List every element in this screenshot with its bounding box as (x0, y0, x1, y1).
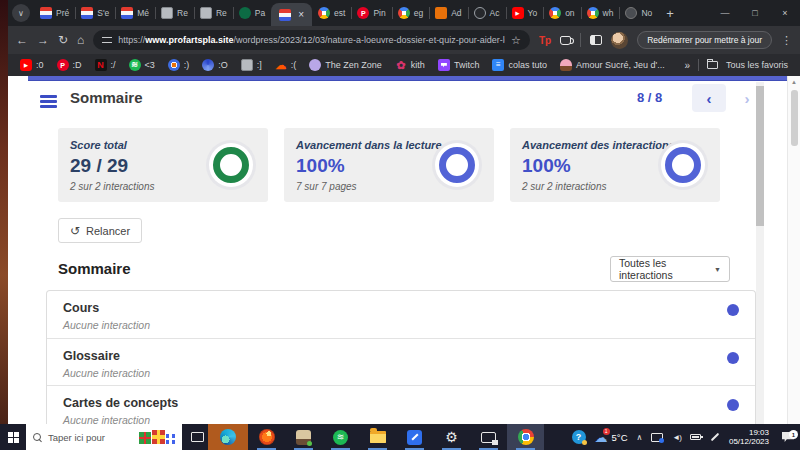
home-icon[interactable]: ⌂ (77, 33, 84, 47)
bookmark-item[interactable]: :] (241, 59, 262, 71)
site-settings-icon[interactable] (102, 36, 112, 44)
teleparty-extension-icon[interactable]: Tp (539, 35, 551, 46)
bookmark-item[interactable]: :0 (20, 59, 44, 71)
bookmark-item[interactable]: :) (168, 59, 190, 71)
tab[interactable]: eg (392, 0, 429, 26)
docs-icon (492, 59, 504, 71)
tab[interactable]: Pin (351, 0, 391, 26)
taskbar-app-spotify[interactable]: ≋ (322, 424, 359, 450)
browser-tab-strip: ∨ PréS'eMéReRePa×estPinegAdAcYoonwhNo + … (8, 0, 800, 26)
bookmark-item[interactable]: kith (395, 59, 425, 71)
extension-icon[interactable] (560, 36, 571, 45)
tab[interactable]: Pa (233, 0, 271, 26)
taskbar-app-settings[interactable]: ⚙ (433, 424, 470, 450)
tab[interactable]: Pré (34, 0, 75, 26)
tab[interactable]: wh (581, 0, 620, 26)
tab[interactable]: Ac (468, 0, 506, 26)
restart-button[interactable]: ↺ Relancer (58, 218, 142, 243)
tray-expand-chevron[interactable]: ∧ (637, 433, 643, 442)
google-favicon (549, 7, 561, 19)
relaunch-to-update-button[interactable]: Redémarrer pour mettre à jour (637, 31, 772, 49)
tab[interactable]: Mé (115, 0, 155, 26)
bookmark-item[interactable]: Amour Sucré, Jeu d'... (560, 59, 665, 71)
tab[interactable]: est (312, 0, 351, 26)
bookmark-item[interactable]: :( (275, 59, 297, 71)
back-icon[interactable]: ← (16, 33, 28, 47)
interaction-dot-icon (727, 352, 739, 364)
all-favorites-label[interactable]: Tous les favoris (726, 60, 788, 70)
list-item-subtitle: Aucune interaction (63, 319, 739, 331)
taskbar-app-person[interactable] (285, 424, 322, 450)
sidebar-toggle-icon[interactable] (590, 35, 602, 45)
weather-widget[interactable]: ☁1 5°C (595, 431, 628, 444)
list-item-title: Glossaire (63, 349, 739, 363)
scrollbar-up-arrow[interactable]: ▲ (788, 76, 800, 85)
bookmarks-overflow-chevron[interactable]: » (684, 60, 690, 71)
tab[interactable]: Re (194, 0, 233, 26)
progress-ring (206, 140, 256, 190)
tab[interactable]: S'e (75, 0, 115, 26)
list-item[interactable]: Cartes de conceptsAucune interaction (47, 385, 755, 424)
bookmark-item[interactable]: colas tuto (492, 59, 547, 71)
bookmark-item[interactable]: Twitch (438, 59, 480, 71)
list-item[interactable]: CoursAucune interaction (47, 291, 755, 338)
battery-icon[interactable] (690, 434, 701, 440)
previous-page-button[interactable]: ‹ (692, 84, 726, 112)
close-button[interactable]: × (770, 8, 800, 18)
browser-toolbar: ← → ↻ ⌂ https://www.profartspla.site/wor… (8, 26, 800, 54)
taskbar-app-chrome[interactable] (507, 424, 544, 450)
menu-hamburger-icon[interactable] (40, 95, 57, 108)
taskbar-app-edge[interactable] (208, 424, 248, 450)
speaker-icon[interactable]: ◄) (672, 433, 681, 442)
start-button[interactable] (0, 424, 26, 450)
cloud-icon: ☁1 (595, 431, 608, 444)
tab[interactable]: on (543, 0, 580, 26)
embed-scrollbar-thumb[interactable] (756, 86, 764, 226)
clock[interactable]: 19:03 05/12/2023 (729, 428, 769, 446)
tab-label: wh (603, 8, 614, 18)
bookmark-label: kith (411, 60, 425, 70)
bookmark-label: :/ (111, 60, 116, 70)
help-icon[interactable]: ? (572, 430, 586, 444)
bookmark-item[interactable]: :/ (95, 59, 116, 71)
taskbar-app-folder[interactable] (359, 424, 396, 450)
list-item[interactable]: GlossaireAucune interaction (47, 338, 755, 385)
browser-menu-icon[interactable]: ⋮ (781, 34, 792, 47)
forward-icon[interactable]: → (37, 33, 49, 47)
maximize-button[interactable]: □ (740, 8, 770, 18)
page-scrollbar-thumb[interactable] (791, 90, 798, 146)
blueapp-icon (407, 430, 422, 445)
tab-active[interactable]: × (271, 3, 312, 26)
tab[interactable]: No (619, 0, 658, 26)
taskbar-search-box[interactable]: Taper ici pour (26, 424, 182, 450)
rose-icon (395, 59, 407, 71)
bookmark-star-icon[interactable]: ☆ (511, 34, 521, 47)
summary-card: Avancement dans la lecture100%7 sur 7 pa… (284, 128, 494, 202)
toolbar-divider (580, 33, 581, 47)
tab-close-icon[interactable]: × (298, 9, 304, 20)
taskbar-app-firefox[interactable] (248, 424, 285, 450)
address-bar[interactable]: https://www.profartspla.site/wordpress/2… (93, 30, 530, 50)
task-view-button[interactable] (186, 424, 208, 450)
refresh-icon[interactable]: ↻ (58, 33, 68, 47)
taskbar-app-blueapp[interactable] (396, 424, 433, 450)
interactions-filter-dropdown[interactable]: Toutes les interactions ▼ (610, 256, 730, 282)
tab[interactable]: Yo (506, 0, 544, 26)
settings-icon: ⚙ (445, 429, 458, 445)
bookmark-item[interactable]: <3 (129, 59, 155, 71)
display-icon[interactable] (651, 433, 663, 442)
page-scrollbar[interactable]: ▲ (787, 76, 800, 424)
embed-scrollbar[interactable] (756, 82, 764, 424)
tab[interactable]: Re (155, 0, 194, 26)
tab-search-button[interactable]: ∨ (12, 4, 30, 22)
pen-icon[interactable] (711, 433, 719, 441)
minimize-button[interactable]: — (710, 8, 740, 18)
profile-avatar[interactable] (611, 32, 628, 49)
bookmark-label: colas tuto (508, 60, 547, 70)
bookmark-item[interactable]: The Zen Zone (309, 59, 382, 71)
tab[interactable]: Ad (429, 0, 467, 26)
taskbar-app-chat[interactable] (470, 424, 507, 450)
bookmark-item[interactable]: :O (202, 59, 228, 71)
new-tab-button[interactable]: + (666, 6, 674, 21)
bookmark-item[interactable]: :D (57, 59, 82, 71)
